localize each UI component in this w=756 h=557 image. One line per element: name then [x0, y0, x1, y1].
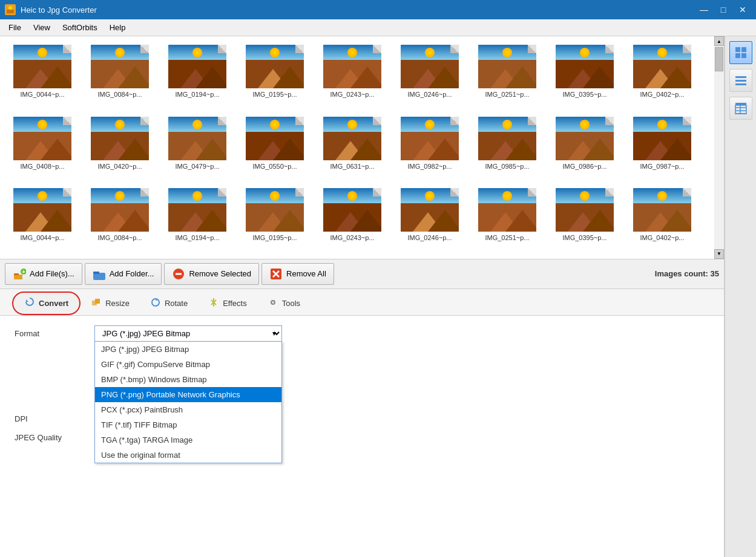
file-item[interactable]: IMG_0408~p... — [6, 114, 79, 181]
file-item[interactable]: IMG_0395~p... — [548, 186, 621, 253]
file-item[interactable]: IMG_0195~p... — [238, 186, 311, 253]
file-thumbnail — [478, 188, 536, 232]
add-folder-icon — [93, 267, 106, 281]
svg-rect-24 — [741, 47, 746, 52]
menu-view[interactable]: View — [27, 21, 56, 34]
file-item[interactable]: IMG_0420~p... — [84, 114, 156, 181]
remove-all-button[interactable]: Remove All — [261, 263, 334, 285]
table-view-button[interactable] — [729, 97, 752, 120]
file-item[interactable]: IMG_0044~p... — [6, 186, 79, 253]
file-item[interactable]: IMG_0402~p... — [626, 186, 698, 253]
rotate-tab-icon — [150, 297, 161, 310]
file-thumbnail — [401, 188, 459, 232]
menu-help[interactable]: Help — [104, 21, 132, 34]
list-view-button[interactable] — [729, 69, 752, 92]
tab-effects-label: Effects — [223, 299, 247, 308]
remove-selected-button[interactable]: Remove Selected — [164, 263, 259, 285]
format-select[interactable]: JPG (*.jpg) JPEG Bitmap — [94, 325, 282, 342]
file-item[interactable]: IMG_0194~p... — [161, 186, 234, 253]
minimize-button[interactable]: — — [695, 4, 712, 16]
dropdown-option-png[interactable]: PNG (*.png) Portable Network Graphics — [95, 387, 281, 402]
maximize-button[interactable]: □ — [715, 4, 732, 16]
file-item[interactable]: IMG_0987~p... — [626, 114, 698, 181]
remove-selected-icon — [172, 267, 185, 281]
file-item[interactable]: IMG_0479~p... — [161, 114, 234, 181]
dropdown-option-jpg[interactable]: JPG (*.jpg) JPEG Bitmap — [95, 342, 281, 357]
file-item[interactable]: IMG_0246~p... — [393, 42, 466, 109]
file-item[interactable]: IMG_0631~p... — [316, 114, 389, 181]
file-thumbnail — [246, 188, 304, 232]
close-button[interactable]: ✕ — [734, 4, 751, 16]
file-item[interactable]: IMG_0395~p... — [548, 42, 621, 109]
tab-resize[interactable]: Resize — [81, 292, 140, 315]
tab-convert[interactable]: Convert — [12, 292, 81, 315]
file-item[interactable]: IMG_0084~p... — [84, 42, 156, 109]
file-name: IMG_0420~p... — [97, 163, 142, 170]
menu-softorbits[interactable]: SoftOrbits — [56, 21, 104, 34]
tab-rotate[interactable]: Rotate — [140, 292, 198, 315]
grid-view-button[interactable] — [729, 41, 752, 64]
tab-tools[interactable]: Tools — [257, 292, 311, 315]
file-name: IMG_0986~p... — [562, 163, 606, 170]
file-name: IMG_0395~p... — [562, 234, 606, 241]
format-row: Format JPG (*.jpg) JPEG Bitmap JPG (*.jp… — [15, 325, 709, 342]
file-item[interactable]: IMG_0243~p... — [316, 42, 389, 109]
file-thumbnail — [633, 45, 691, 88]
dropdown-option-gif[interactable]: GIF (*.gif) CompuServe Bitmap — [95, 357, 281, 372]
file-item[interactable]: IMG_0084~p... — [84, 186, 156, 253]
file-thumbnail — [556, 45, 614, 88]
menu-file[interactable]: File — [2, 21, 27, 34]
tab-convert-label: Convert — [39, 299, 68, 308]
file-item[interactable]: IMG_0044~p... — [6, 42, 79, 109]
file-item[interactable]: IMG_0985~p... — [471, 114, 544, 181]
file-thumbnail — [13, 117, 71, 160]
file-item[interactable]: IMG_0246~p... — [393, 186, 466, 253]
file-item[interactable]: IMG_0194~p... — [161, 42, 234, 109]
file-item[interactable]: IMG_0402~p... — [626, 42, 698, 109]
svg-rect-26 — [741, 53, 746, 58]
dropdown-option-bmp[interactable]: BMP (*.bmp) Windows Bitmap — [95, 372, 281, 387]
window-title: Heic to Jpg Converter — [21, 5, 97, 15]
scroll-up-arrow[interactable]: ▲ — [714, 36, 724, 46]
file-item[interactable]: IMG_0982~p... — [393, 114, 466, 181]
convert-content: Format JPG (*.jpg) JPEG Bitmap JPG (*.jp… — [0, 316, 724, 558]
file-name: IMG_0402~p... — [640, 234, 684, 241]
add-files-button[interactable]: + Add File(s)... — [5, 263, 82, 285]
scroll-thumb[interactable] — [715, 47, 723, 71]
toolbar: + Add File(s)... Add Folder... — [0, 259, 724, 289]
menu-bar: File View SoftOrbits Help — [0, 19, 756, 36]
file-item[interactable]: IMG_0243~p... — [316, 186, 389, 253]
format-select-wrapper[interactable]: JPG (*.jpg) JPEG Bitmap JPG (*.jpg) JPEG… — [94, 325, 282, 342]
file-item[interactable]: IMG_0251~p... — [471, 186, 544, 253]
dropdown-option-tif[interactable]: TIF (*.tif) TIFF Bitmap — [95, 417, 281, 432]
format-dropdown-list[interactable]: JPG (*.jpg) JPEG Bitmap GIF (*.gif) Comp… — [94, 341, 282, 463]
file-thumbnail — [323, 45, 381, 88]
scroll-track — [714, 46, 724, 249]
svg-rect-8 — [93, 272, 99, 274]
file-thumbnail — [168, 117, 226, 160]
svg-point-2 — [8, 6, 12, 10]
tab-effects[interactable]: Effects — [198, 292, 257, 315]
tabs-row: Convert Resize — [12, 292, 724, 315]
svg-rect-23 — [735, 47, 740, 52]
scrollbar[interactable]: ▲ ▼ — [714, 36, 724, 259]
file-name: IMG_0550~p... — [252, 163, 297, 170]
file-item[interactable]: IMG_0195~p... — [238, 42, 311, 109]
resize-tab-icon — [91, 297, 102, 310]
dropdown-option-pcx[interactable]: PCX (*.pcx) PaintBrush — [95, 402, 281, 417]
file-name: IMG_0084~p... — [97, 234, 142, 241]
file-name: IMG_0246~p... — [407, 91, 452, 98]
file-thumbnail — [13, 188, 71, 232]
list-view-icon — [734, 74, 748, 87]
file-thumbnail — [401, 117, 459, 160]
remove-selected-label: Remove Selected — [189, 269, 251, 278]
dropdown-option-original[interactable]: Use the original format — [95, 448, 281, 463]
right-sidebar — [725, 36, 756, 557]
add-folder-button[interactable]: Add Folder... — [85, 263, 162, 285]
file-item[interactable]: IMG_0986~p... — [548, 114, 621, 181]
scroll-down-arrow[interactable]: ▼ — [714, 249, 724, 259]
svg-rect-1 — [7, 10, 14, 13]
file-item[interactable]: IMG_0251~p... — [471, 42, 544, 109]
dropdown-option-tga[interactable]: TGA (*.tga) TARGA Image — [95, 432, 281, 448]
file-item[interactable]: IMG_0550~p... — [238, 114, 311, 181]
